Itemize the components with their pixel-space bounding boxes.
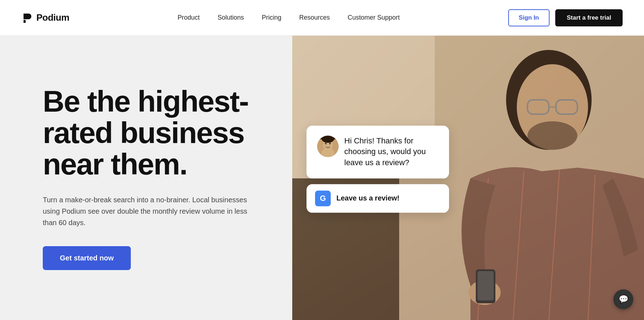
chat-widget[interactable]: 💬 [613,289,633,309]
get-started-button[interactable]: Get started now [43,246,131,270]
hero-left: Be the highest-rated business near them.… [0,36,292,320]
hero-headline: Be the highest-rated business near them. [43,86,257,180]
podium-logo-icon [21,12,33,24]
nav-item-pricing[interactable]: Pricing [262,14,281,21]
nav-item-product[interactable]: Product [177,14,200,21]
free-trial-button[interactable]: Start a free trial [555,9,623,26]
chat-overlay: Hi Chris! Thanks for choosing us, would … [306,126,449,213]
svg-point-21 [329,142,331,144]
main-nav: Product Solutions Pricing Resources Cust… [177,14,400,21]
header: Podium Product Solutions Pricing Resourc… [0,0,644,36]
svg-rect-16 [478,271,494,300]
sender-avatar [317,136,339,157]
google-review-button[interactable]: G Leave us a review! [306,184,449,213]
sign-in-button[interactable]: Sign In [508,9,550,26]
logo[interactable]: Podium [21,12,69,24]
google-icon: G [315,191,331,206]
hero-subtext: Turn a make-or-break search into a no-br… [43,194,249,228]
chat-widget-icon: 💬 [619,295,628,304]
chat-message-bubble: Hi Chris! Thanks for choosing us, would … [306,126,449,178]
hero-section: Be the highest-rated business near them.… [0,36,644,320]
chat-message-text: Hi Chris! Thanks for choosing us, would … [344,136,438,168]
nav-item-resources[interactable]: Resources [299,14,330,21]
nav-item-solutions[interactable]: Solutions [217,14,244,21]
svg-rect-0 [24,20,26,23]
svg-point-9 [527,121,577,150]
nav-item-customer-support[interactable]: Customer Support [348,14,400,21]
hero-right: Hi Chris! Thanks for choosing us, would … [292,36,644,320]
logo-text: Podium [36,12,69,23]
header-actions: Sign In Start a free trial [508,9,623,26]
google-review-text: Leave us a review! [336,194,400,203]
svg-point-20 [325,142,327,144]
